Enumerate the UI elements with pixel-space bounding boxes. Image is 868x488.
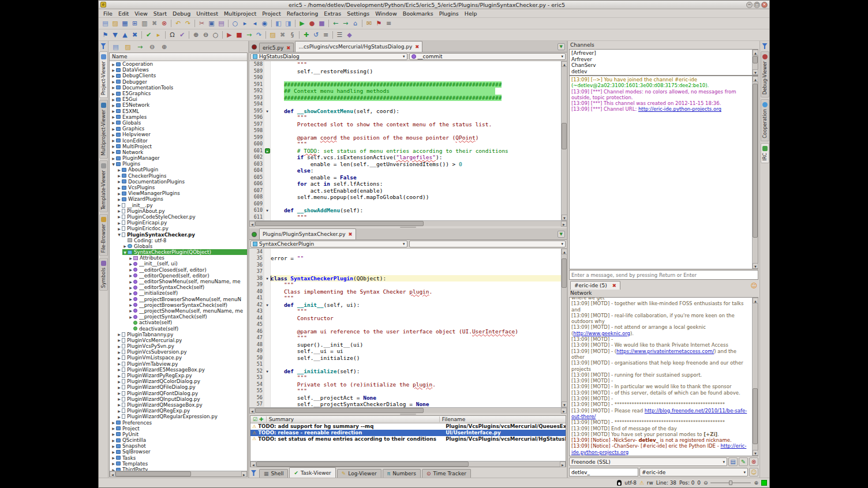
expander-icon[interactable]: ▶: [117, 192, 122, 196]
column-header-filename[interactable]: Filename: [440, 416, 468, 422]
code-line[interactable]: 611 """: [249, 214, 561, 220]
scroll-up-icon[interactable]: ▲: [753, 298, 758, 303]
editor-hscrollbar[interactable]: ◀ ▶: [249, 220, 567, 226]
menu-window[interactable]: Window: [372, 10, 399, 17]
expand-all-icon[interactable]: ⊕: [159, 42, 169, 51]
expander-icon[interactable]: ▶: [111, 150, 116, 154]
navigator-combo[interactable]: SyntaxCheckerPlugin▾: [250, 241, 407, 247]
code-line[interactable]: 597 Protected slot to show the context m…: [249, 121, 561, 128]
code-line[interactable]: 605 enable = False: [249, 174, 561, 181]
back-icon[interactable]: ←: [331, 19, 341, 28]
expander-icon[interactable]: ▶: [111, 115, 116, 119]
navigator-combo[interactable]: __commit▾: [409, 53, 566, 60]
tool-tab-log-viewer[interactable]: ✎Log-Viewer: [337, 469, 381, 478]
expander-icon[interactable]: ▶: [117, 174, 122, 178]
expander-icon[interactable]: ▶: [128, 262, 133, 266]
tree-item[interactable]: ▶PluginWizardPyRegExp.py: [117, 373, 247, 378]
code-line[interactable]: 38▼class SyntaxCheckerPlugin(QObject):: [249, 275, 561, 282]
code-line[interactable]: 45: [249, 321, 561, 328]
mail-icon[interactable]: ✉: [364, 19, 374, 28]
tree-item[interactable]: ▶PluginWizardQMessageBox.py: [117, 402, 247, 408]
expander-icon[interactable]: ▶: [128, 280, 133, 284]
tree-item[interactable]: ▶DocumentationTools: [111, 85, 247, 91]
search-next-icon[interactable]: ▸: [240, 19, 250, 28]
expander-icon[interactable]: ▶: [117, 338, 122, 342]
add-task-icon[interactable]: ✚: [259, 416, 264, 422]
expander-icon[interactable]: ▶: [117, 332, 122, 336]
zoom-in-icon[interactable]: ⊕: [754, 480, 758, 486]
channel-list-icon[interactable]: ▤: [728, 457, 738, 466]
forward-icon[interactable]: →: [341, 19, 350, 28]
maximize-button[interactable]: □: [754, 2, 760, 8]
tree-item[interactable]: ▶IconEditor: [111, 137, 247, 143]
undo-icon[interactable]: ↶: [173, 19, 183, 28]
menu-file[interactable]: File: [100, 10, 115, 17]
sidebar-tab-irc[interactable]: IRC: [761, 143, 769, 164]
scroll-right-icon[interactable]: ▶: [560, 461, 566, 467]
expander-icon[interactable]: ▶: [117, 350, 122, 354]
cut-icon[interactable]: ✂: [197, 19, 207, 28]
expander-icon[interactable]: ▶: [117, 168, 122, 172]
tool-tab-task-viewer[interactable]: ✔Task-Viewer: [289, 467, 335, 478]
tool-tab-shell[interactable]: ▦Shell: [259, 469, 288, 478]
tree-item[interactable]: ▶PyUnit: [111, 431, 247, 437]
tree-item[interactable]: ▶SqlBrowser: [111, 449, 247, 455]
expander-icon[interactable]: ▶: [128, 268, 133, 272]
close-tab-icon[interactable]: ✖: [415, 44, 419, 50]
scroll-up-icon[interactable]: ▲: [753, 50, 758, 55]
code-line[interactable]: 41 """: [249, 295, 561, 302]
tree-item[interactable]: ▶__init__(self, ui): [128, 261, 247, 266]
code-line[interactable]: 607 act.setEnabled(enable): [249, 187, 561, 194]
code-view[interactable]: 588 """589 self.__restoreMissing()590591…: [249, 61, 561, 220]
expander-icon[interactable]: ▶: [117, 391, 122, 395]
tree-item[interactable]: ▶PluginCodeStyleChecker.py: [117, 214, 247, 220]
tree-hscrollbar[interactable]: ◀ ▶: [110, 471, 247, 476]
tool-tab-numbers[interactable]: πNumbers: [383, 469, 421, 478]
close-project-icon[interactable]: ✖: [278, 31, 287, 40]
tree-item[interactable]: ▶DataViews: [111, 67, 247, 73]
expander-icon[interactable]: ▶: [128, 309, 133, 313]
zoom-out-icon[interactable]: ⊖: [201, 31, 211, 40]
expander-icon[interactable]: ▶: [117, 215, 122, 219]
code-line[interactable]: 40 Class implementing the Syntax Checker…: [249, 288, 561, 295]
user-list-item[interactable]: ChanServ: [571, 62, 750, 69]
save-icon[interactable]: ▦: [120, 19, 130, 28]
close-channel-icon[interactable]: ✖: [612, 283, 616, 288]
code-line[interactable]: 599 @param coord the position of the mou…: [249, 134, 561, 141]
expander-icon[interactable]: ▶: [111, 127, 116, 131]
tree-item[interactable]: ▶PluginTabnanny.py: [117, 332, 247, 337]
tree-item[interactable]: ▶QScintilla: [111, 437, 247, 443]
code-line[interactable]: 42▼ def __init__(self, ui):: [249, 302, 561, 309]
expander-icon[interactable]: ▶: [117, 203, 122, 207]
code-line[interactable]: 37: [249, 268, 561, 275]
close-tab-icon[interactable]: ✖: [349, 231, 353, 237]
expander-icon[interactable]: ▶: [117, 397, 122, 401]
tree-item[interactable]: ▶CheckerPlugins: [117, 173, 247, 179]
tree-item[interactable]: ▼SyntaxCheckerPlugin(QObject): [122, 249, 247, 255]
code-line[interactable]: 53 """: [249, 374, 561, 381]
editor-tab[interactable]: eric5.py✖: [259, 43, 294, 52]
toggle-bookmark-icon[interactable]: ⚑: [100, 31, 110, 40]
task-hscrollbar[interactable]: ◀ ▶: [250, 461, 566, 467]
new-window-icon[interactable]: ◧: [274, 19, 283, 28]
filter-icon[interactable]: [101, 43, 106, 49]
code-line[interactable]: 589 self.__restoreMissing(): [249, 68, 561, 75]
code-line[interactable]: 56 self.__projectAct = None: [249, 395, 561, 401]
expander-icon[interactable]: ▶: [117, 415, 122, 419]
tree-item[interactable]: ▶Snapshot: [111, 443, 247, 449]
sidebar-tab-cooperation[interactable]: Cooperation: [761, 99, 769, 141]
zoom-slider[interactable]: [710, 481, 751, 485]
code-line[interactable]: 55 """: [249, 388, 561, 395]
code-line[interactable]: 592 ## Context menu handling methods: [249, 88, 561, 95]
tree-item[interactable]: ▶ThirdParty: [111, 467, 247, 471]
sidebar-tab-project-viewer[interactable]: Project-Viewer: [99, 51, 108, 98]
tree-item[interactable]: ▶PluginEricapi.py: [117, 220, 247, 226]
menu-help[interactable]: Help: [462, 10, 480, 17]
expander-icon[interactable]: ▶: [128, 303, 133, 307]
network-vscrollbar[interactable]: ▲ ▼: [752, 298, 758, 456]
search-prev-icon[interactable]: ◂: [250, 19, 260, 28]
task-row[interactable]: ⚠TODO: set status of menu entries accord…: [250, 436, 566, 442]
scroll-left-icon[interactable]: ◀: [110, 471, 115, 477]
tab-list-dropdown-icon[interactable]: ▼: [558, 43, 565, 50]
menu-start[interactable]: Start: [151, 10, 170, 17]
